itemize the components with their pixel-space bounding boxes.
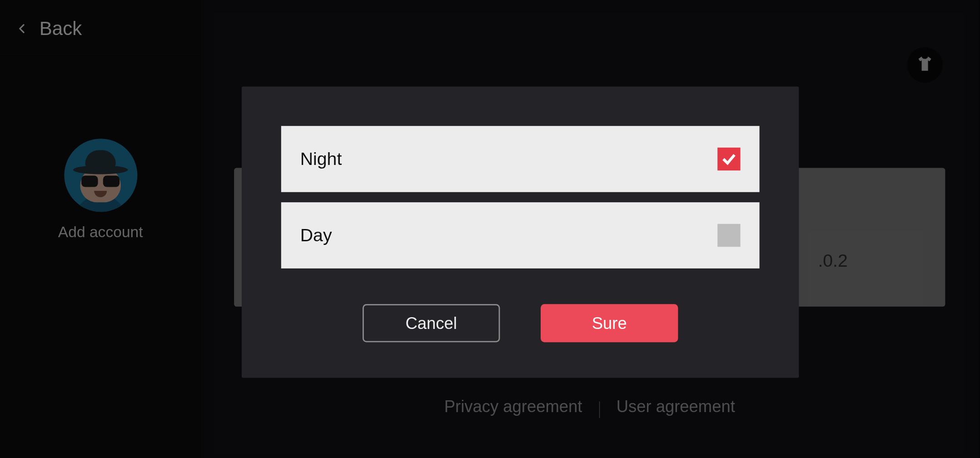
add-account-label: Add account: [0, 223, 201, 241]
option-label: Day: [300, 225, 332, 246]
divider: [599, 401, 599, 418]
version-text: .0.2: [818, 251, 847, 271]
sidebar: Back Add account: [0, 0, 201, 458]
option-night[interactable]: Night: [281, 126, 760, 192]
checkbox-unchecked-icon: [717, 224, 740, 247]
privacy-agreement-link[interactable]: Privacy agreement: [444, 397, 582, 416]
back-label: Back: [40, 18, 82, 40]
add-account-block[interactable]: Add account: [0, 139, 201, 241]
user-agreement-link[interactable]: User agreement: [617, 397, 735, 416]
chevron-left-icon: [16, 23, 28, 34]
footer-links: Privacy agreement User agreement: [215, 397, 964, 418]
option-label: Night: [300, 149, 342, 169]
sure-button[interactable]: Sure: [541, 304, 678, 342]
shirt-icon: [915, 54, 935, 76]
theme-select-dialog: Night Day Cancel Sure: [242, 86, 799, 378]
checkbox-checked-icon: [717, 148, 740, 170]
back-button[interactable]: Back: [0, 0, 201, 57]
cancel-button[interactable]: Cancel: [363, 304, 500, 342]
option-day[interactable]: Day: [281, 202, 760, 269]
theme-button[interactable]: [907, 47, 942, 83]
avatar: [64, 139, 137, 212]
